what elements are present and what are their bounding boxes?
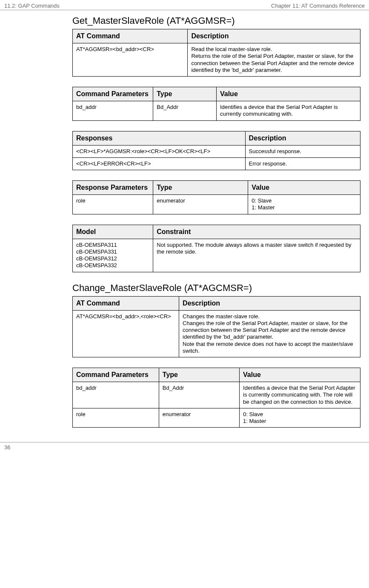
table-header: AT Command xyxy=(73,296,179,310)
table-header-row: Command Parameters Type Value xyxy=(73,368,360,382)
table-header: Type xyxy=(159,368,239,382)
table-header-row: Responses Description xyxy=(73,131,360,145)
table-row: <CR><LF>*AGGMSR:<role><CR><LF>OK<CR><LF>… xyxy=(73,145,360,157)
table-header: Response Parameters xyxy=(73,181,153,195)
table-cell: Error response. xyxy=(245,157,360,170)
table-response-parameters: Response Parameters Type Value role enum… xyxy=(72,180,360,214)
table-cell: cB-OEMSPA311 cB-OEMSPA331 cB-OEMSPA312 c… xyxy=(73,239,153,272)
table-cell: Changes the master-slave role. Changes t… xyxy=(179,310,360,357)
table-row: <CR><LF>ERROR<CR><LF> Error response. xyxy=(73,157,360,170)
page-content: Get_MasterSlaveRole (AT*AGGMSR=) AT Comm… xyxy=(0,10,369,442)
table-header-row: AT Command Description xyxy=(73,29,360,43)
table-header-row: Command Parameters Type Value xyxy=(73,87,360,101)
table-row: AT*AGCMSR=<bd_addr>,<role><CR> Changes t… xyxy=(73,310,360,357)
table-command-parameters: Command Parameters Type Value bd_addr Bd… xyxy=(72,87,360,121)
section-title: Change_MasterSlaveRole (AT*AGCMSR=) xyxy=(72,283,360,294)
header-left: 11.2: GAP Commands xyxy=(4,3,60,9)
table-header: Description xyxy=(179,296,360,310)
table-cell: Not supported. The module always allows … xyxy=(153,239,360,272)
table-at-command: AT Command Description AT*AGCMSR=<bd_add… xyxy=(72,296,360,358)
table-cell: 0: Slave 1: Master xyxy=(248,195,360,214)
table-responses: Responses Description <CR><LF>*AGGMSR:<r… xyxy=(72,131,360,171)
table-row: bd_addr Bd_Addr Identifies a device that… xyxy=(73,101,360,121)
table-row: bd_addr Bd_Addr Identifies a device that… xyxy=(73,382,360,408)
table-header: Value xyxy=(240,368,360,382)
table-header: Value xyxy=(216,87,360,101)
table-header: Command Parameters xyxy=(73,368,159,382)
section-title: Get_MasterSlaveRole (AT*AGGMSR=) xyxy=(72,15,360,26)
table-header: Type xyxy=(153,181,248,195)
table-cell: role xyxy=(73,195,153,214)
table-row: cB-OEMSPA311 cB-OEMSPA331 cB-OEMSPA312 c… xyxy=(73,239,360,272)
table-cell: Bd_Addr xyxy=(159,382,239,408)
table-header: Constraint xyxy=(153,225,360,239)
table-header: AT Command xyxy=(73,29,188,43)
table-cell: role xyxy=(73,408,159,428)
table-cell: Identifies a device that the Serial Port… xyxy=(216,101,360,121)
page-footer: 36 xyxy=(0,442,369,452)
table-cell: Identifies a device that the Serial Port… xyxy=(240,382,360,408)
table-header-row: Model Constraint xyxy=(73,225,360,239)
table-cell: enumerator xyxy=(159,408,239,428)
header-right: Chapter 11: AT Commands Reference xyxy=(271,3,365,9)
table-model-constraint: Model Constraint cB-OEMSPA311 cB-OEMSPA3… xyxy=(72,225,360,272)
table-cell: Successful response. xyxy=(245,145,360,157)
table-header: Description xyxy=(245,131,360,145)
table-cell: enumerator xyxy=(153,195,248,214)
table-cell: <CR><LF>*AGGMSR:<role><CR><LF>OK<CR><LF> xyxy=(73,145,246,157)
table-cell: <CR><LF>ERROR<CR><LF> xyxy=(73,157,246,170)
table-row: role enumerator 0: Slave 1: Master xyxy=(73,195,360,214)
table-row: AT*AGGMSR=<bd_addr><CR> Read the local m… xyxy=(73,43,360,77)
page-header: 11.2: GAP Commands Chapter 11: AT Comman… xyxy=(0,0,369,10)
table-cell: AT*AGGMSR=<bd_addr><CR> xyxy=(73,43,188,77)
table-header-row: Response Parameters Type Value xyxy=(73,181,360,195)
table-at-command: AT Command Description AT*AGGMSR=<bd_add… xyxy=(72,29,360,77)
table-header-row: AT Command Description xyxy=(73,296,360,310)
table-cell: Read the local master-slave role. Return… xyxy=(188,43,360,77)
page-number: 36 xyxy=(4,444,10,451)
table-cell: bd_addr xyxy=(73,382,159,408)
table-row: role enumerator 0: Slave 1: Master xyxy=(73,408,360,428)
table-header: Command Parameters xyxy=(73,87,153,101)
table-command-parameters: Command Parameters Type Value bd_addr Bd… xyxy=(72,368,360,428)
table-header: Model xyxy=(73,225,153,239)
table-header: Type xyxy=(153,87,217,101)
table-cell: Bd_Addr xyxy=(153,101,217,121)
table-header: Value xyxy=(248,181,360,195)
table-cell: bd_addr xyxy=(73,101,153,121)
table-cell: AT*AGCMSR=<bd_addr>,<role><CR> xyxy=(73,310,179,357)
table-header: Description xyxy=(188,29,360,43)
table-cell: 0: Slave 1: Master xyxy=(240,408,360,428)
table-header: Responses xyxy=(73,131,246,145)
